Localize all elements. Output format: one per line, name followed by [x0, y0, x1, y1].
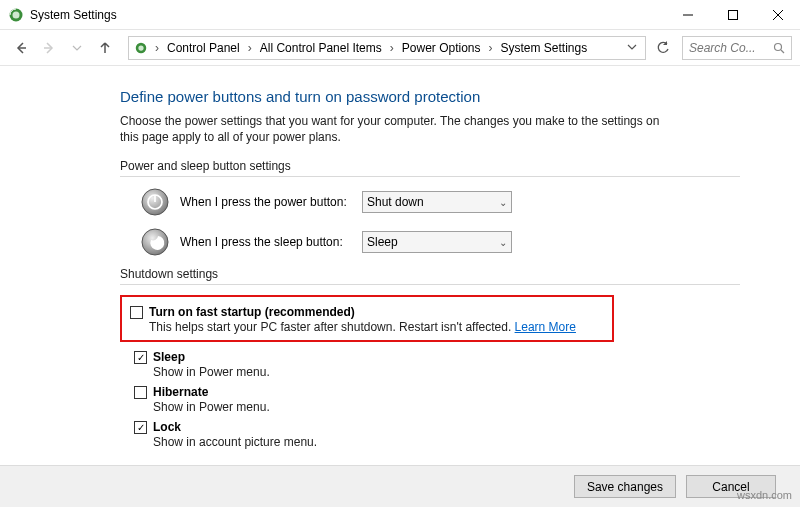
lock-option: ✓ Lock Show in account picture menu.: [134, 418, 780, 449]
chevron-down-icon: ⌄: [499, 237, 507, 248]
close-icon: [773, 10, 783, 20]
minimize-button[interactable]: [665, 0, 710, 30]
power-section-header: Power and sleep button settings: [120, 159, 740, 177]
breadcrumb[interactable]: › Control Panel › All Control Panel Item…: [128, 36, 646, 60]
search-placeholder: Search Co...: [689, 41, 767, 55]
forward-button[interactable]: [36, 35, 62, 61]
lock-desc: Show in account picture menu.: [153, 434, 780, 449]
breadcrumb-item-all-items[interactable]: All Control Panel Items: [258, 41, 384, 55]
sleep-button-label: When I press the sleep button:: [180, 235, 352, 249]
sleep-desc: Show in Power menu.: [153, 364, 780, 379]
breadcrumb-history-dropdown[interactable]: [627, 41, 641, 55]
power-button-icon: [140, 187, 170, 217]
hibernate-label: Hibernate: [153, 385, 208, 399]
hibernate-desc: Show in Power menu.: [153, 399, 780, 414]
power-button-setting-row: When I press the power button: Shut down…: [140, 187, 780, 217]
power-button-value: Shut down: [367, 195, 424, 209]
forward-arrow-icon: [41, 40, 57, 56]
fast-startup-desc: This helps start your PC faster after sh…: [149, 319, 604, 334]
power-button-label: When I press the power button:: [180, 195, 352, 209]
breadcrumb-item-system-settings[interactable]: System Settings: [498, 41, 589, 55]
svg-rect-3: [728, 10, 737, 19]
breadcrumb-item-power-options[interactable]: Power Options: [400, 41, 483, 55]
svg-line-11: [781, 50, 784, 53]
app-icon: [8, 7, 24, 23]
maximize-button[interactable]: [710, 0, 755, 30]
sleep-option: ✓ Sleep Show in Power menu.: [134, 348, 780, 379]
fast-startup-label: Turn on fast startup (recommended): [149, 305, 355, 319]
breadcrumb-item-control-panel[interactable]: Control Panel: [165, 41, 242, 55]
sleep-checkbox[interactable]: ✓: [134, 351, 147, 364]
up-button[interactable]: [92, 35, 118, 61]
sleep-button-icon: [140, 227, 170, 257]
cancel-button[interactable]: Cancel: [686, 475, 776, 498]
svg-point-10: [775, 43, 782, 50]
chevron-right-icon[interactable]: ›: [242, 41, 258, 55]
fast-startup-option: Turn on fast startup (recommended): [130, 303, 604, 319]
hibernate-checkbox[interactable]: [134, 386, 147, 399]
sleep-label: Sleep: [153, 350, 185, 364]
recent-locations-button[interactable]: [64, 35, 90, 61]
svg-point-1: [13, 11, 20, 18]
fast-startup-checkbox[interactable]: [130, 306, 143, 319]
hibernate-option: Hibernate Show in Power menu.: [134, 383, 780, 414]
chevron-down-icon: [72, 43, 82, 53]
footer: Save changes Cancel: [0, 465, 800, 507]
power-button-select[interactable]: Shut down ⌄: [362, 191, 512, 213]
svg-point-9: [138, 45, 143, 50]
chevron-down-icon: [627, 42, 637, 52]
page-intro: Choose the power settings that you want …: [120, 113, 680, 145]
learn-more-link[interactable]: Learn More: [515, 320, 576, 334]
titlebar: System Settings: [0, 0, 800, 30]
chevron-down-icon: ⌄: [499, 197, 507, 208]
breadcrumb-app-icon: [133, 40, 149, 56]
chevron-right-icon[interactable]: ›: [482, 41, 498, 55]
page-title: Define power buttons and turn on passwor…: [120, 88, 780, 105]
content-area: Define power buttons and turn on passwor…: [0, 66, 800, 465]
search-icon: [773, 42, 785, 54]
sleep-button-setting-row: When I press the sleep button: Sleep ⌄: [140, 227, 780, 257]
sleep-button-select[interactable]: Sleep ⌄: [362, 231, 512, 253]
chevron-right-icon[interactable]: ›: [384, 41, 400, 55]
refresh-button[interactable]: [650, 36, 676, 60]
minimize-icon: [683, 10, 693, 20]
maximize-icon: [728, 10, 738, 20]
back-button[interactable]: [8, 35, 34, 61]
refresh-icon: [656, 41, 670, 55]
lock-label: Lock: [153, 420, 181, 434]
shutdown-section-header: Shutdown settings: [120, 267, 740, 285]
search-input[interactable]: Search Co...: [682, 36, 792, 60]
up-arrow-icon: [97, 40, 113, 56]
close-button[interactable]: [755, 0, 800, 30]
fast-startup-highlight: Turn on fast startup (recommended) This …: [120, 295, 614, 342]
save-changes-button[interactable]: Save changes: [574, 475, 676, 498]
window-title: System Settings: [30, 8, 117, 22]
lock-checkbox[interactable]: ✓: [134, 421, 147, 434]
navbar: › Control Panel › All Control Panel Item…: [0, 30, 800, 66]
sleep-button-value: Sleep: [367, 235, 398, 249]
back-arrow-icon: [13, 40, 29, 56]
chevron-right-icon[interactable]: ›: [149, 41, 165, 55]
